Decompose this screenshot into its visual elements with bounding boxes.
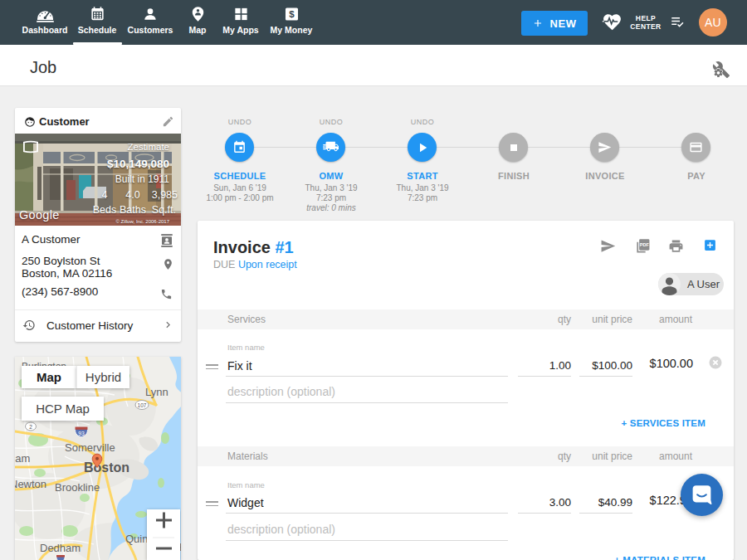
- svg-text:Boston: Boston: [84, 460, 129, 475]
- svg-text:ham: ham: [15, 452, 30, 465]
- svg-text:Lynn: Lynn: [145, 386, 168, 398]
- svg-text:Newton: Newton: [15, 478, 46, 490]
- svg-text:PDF: PDF: [640, 242, 650, 247]
- svg-text:Brookline: Brookline: [55, 481, 100, 494]
- svg-text:107: 107: [138, 402, 147, 408]
- svg-text:$: $: [289, 9, 295, 19]
- svg-text:93: 93: [78, 431, 85, 436]
- svg-text:Somerville: Somerville: [65, 441, 115, 454]
- svg-text:2: 2: [29, 424, 32, 430]
- svg-text:Dedham: Dedham: [40, 542, 81, 554]
